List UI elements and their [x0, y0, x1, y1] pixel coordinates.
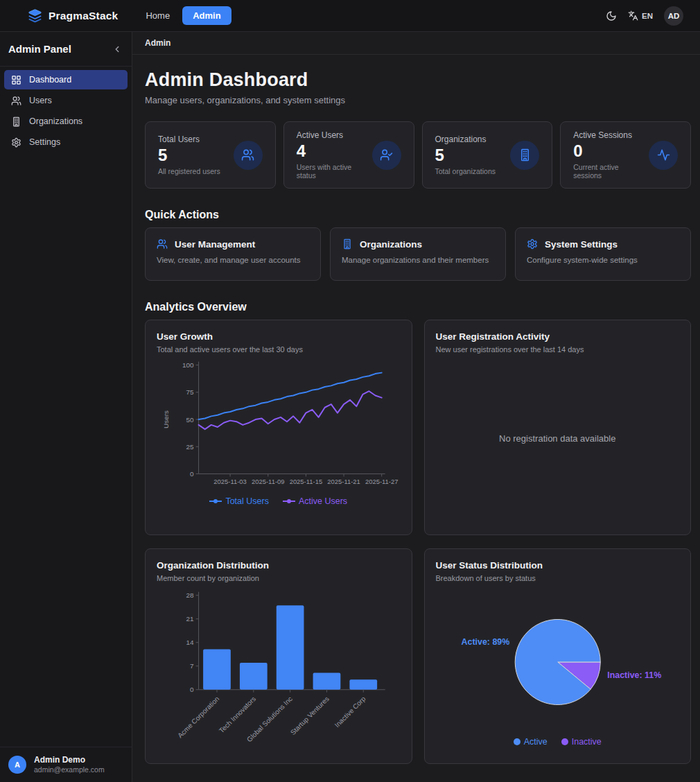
- svg-text:14: 14: [186, 638, 195, 646]
- stat-card-active-users: Active Users 4 Users with active status: [283, 121, 414, 189]
- sidebar-item-label: Organizations: [29, 116, 82, 126]
- activity-icon: [657, 148, 670, 162]
- legend-label: Active Users: [299, 496, 347, 506]
- nav-link-home[interactable]: Home: [140, 6, 175, 25]
- stat-value: 0: [573, 142, 649, 160]
- organization-distribution-plot: 07142128Acme CorporationTech InnovatorsG…: [157, 585, 401, 747]
- stat-value: 5: [158, 146, 220, 164]
- admin-app: PragmaStack Home Admin EN AD Admin Panel: [0, 0, 700, 782]
- svg-text:0: 0: [190, 470, 194, 478]
- stat-icon-circle: [510, 141, 539, 170]
- sidebar-collapse-button[interactable]: [112, 44, 122, 54]
- line-marker-icon: [209, 498, 222, 504]
- quick-action-description: View, create, and manage user accounts: [157, 256, 309, 264]
- theme-toggle-button[interactable]: [606, 10, 617, 21]
- chart-subtitle: Member count by organization: [157, 574, 401, 582]
- legend-label: Total Users: [225, 496, 269, 506]
- line-legend: Total Users Active Users: [157, 496, 401, 506]
- breadcrumb-bar: Admin: [132, 32, 700, 55]
- stat-label: Total Users: [158, 134, 220, 144]
- sidebar-item-organizations[interactable]: Organizations: [4, 112, 128, 131]
- quick-action-title: User Management: [175, 239, 255, 250]
- users-icon: [157, 238, 168, 250]
- svg-text:Inactive Corp: Inactive Corp: [333, 695, 367, 729]
- breadcrumb[interactable]: Admin: [145, 38, 170, 48]
- sidebar-item-settings[interactable]: Settings: [4, 132, 128, 152]
- dashboard-icon: [11, 75, 21, 85]
- stat-sublabel: All registered users: [158, 167, 220, 175]
- sidebar-item-label: Settings: [29, 137, 60, 147]
- dashboard-content: Admin Dashboard Manage users, organizati…: [132, 55, 700, 775]
- chart-title: User Registration Activity: [436, 331, 680, 342]
- svg-text:2025-11-27: 2025-11-27: [365, 478, 399, 485]
- nav-right: EN AD: [606, 6, 700, 26]
- registration-activity-card: User Registration Activity New user regi…: [424, 320, 692, 535]
- legend-item-inactive[interactable]: Inactive: [561, 737, 602, 747]
- stat-label: Active Users: [297, 130, 372, 140]
- main-area: Admin Admin Dashboard Manage users, orga…: [132, 32, 700, 782]
- quick-action-system-settings[interactable]: System Settings Configure system-wide se…: [515, 227, 691, 281]
- svg-text:28: 28: [186, 591, 195, 599]
- svg-text:Acme Corporation: Acme Corporation: [176, 695, 220, 739]
- stat-sublabel: Total organizations: [435, 167, 496, 175]
- quick-actions-grid: User Management View, create, and manage…: [145, 227, 691, 281]
- charts-grid: User Growth Total and active users over …: [145, 320, 691, 764]
- dot-marker-icon: [561, 738, 568, 745]
- chart-subtitle: Total and active users over the last 30 …: [157, 345, 401, 354]
- chart-subtitle: Breakdown of users by status: [436, 574, 680, 582]
- svg-text:Active: 89%: Active: 89%: [461, 637, 509, 647]
- moon-icon: [606, 10, 617, 21]
- svg-text:Users: Users: [162, 410, 170, 428]
- language-button[interactable]: EN: [628, 10, 653, 21]
- top-navbar: PragmaStack Home Admin EN AD: [0, 0, 700, 32]
- user-growth-plot: 02550751002025-11-032025-11-092025-11-15…: [157, 356, 401, 489]
- svg-text:2025-11-21: 2025-11-21: [327, 478, 360, 485]
- stat-icon-circle: [234, 141, 263, 170]
- page-title: Admin Dashboard: [145, 69, 691, 91]
- building-icon: [11, 116, 21, 127]
- user-avatar[interactable]: AD: [664, 6, 683, 26]
- legend-item-total-users[interactable]: Total Users: [209, 496, 269, 506]
- stat-cards: Total Users 5 All registered users Activ…: [145, 121, 691, 189]
- stat-value: 4: [297, 142, 372, 160]
- quick-action-organizations[interactable]: Organizations Manage organizations and t…: [330, 227, 506, 281]
- organization-distribution-card: Organization Distribution Member count b…: [145, 548, 412, 764]
- sidebar-header: Admin Panel: [0, 32, 132, 67]
- stat-label: Organizations: [435, 134, 496, 144]
- users-icon: [11, 96, 21, 106]
- empty-state-message: No registration data available: [436, 354, 680, 523]
- legend-item-active[interactable]: Active: [514, 737, 548, 747]
- stat-value: 5: [435, 146, 496, 164]
- quick-action-title: Organizations: [360, 239, 422, 250]
- stat-card-organizations: Organizations 5 Total organizations: [422, 121, 553, 189]
- sidebar-item-dashboard[interactable]: Dashboard: [4, 70, 128, 89]
- svg-text:25: 25: [186, 443, 195, 451]
- quick-actions-heading: Quick Actions: [145, 209, 691, 221]
- user-status-pie-plot: Active: 89%Inactive: 11%: [436, 585, 680, 733]
- nav-link-admin[interactable]: Admin: [182, 6, 231, 25]
- brand-name: PragmaStack: [49, 10, 118, 22]
- stat-icon-circle: [372, 141, 401, 170]
- chevron-left-icon: [112, 44, 122, 54]
- brand[interactable]: PragmaStack: [0, 8, 118, 23]
- page-subtitle: Manage users, organizations, and system …: [145, 95, 691, 105]
- legend-item-active-users[interactable]: Active Users: [283, 496, 347, 506]
- svg-text:7: 7: [190, 662, 194, 670]
- quick-action-description: Manage organizations and their members: [342, 256, 494, 264]
- pie-legend: Active Inactive: [436, 737, 680, 747]
- svg-text:2025-11-15: 2025-11-15: [290, 478, 323, 485]
- sidebar-item-users[interactable]: Users: [4, 91, 128, 110]
- chart-title: User Status Distribution: [436, 560, 680, 571]
- building-icon: [518, 148, 532, 162]
- sidebar-user-avatar: A: [8, 756, 26, 774]
- svg-text:0: 0: [190, 686, 194, 693]
- quick-action-user-management[interactable]: User Management View, create, and manage…: [145, 227, 321, 281]
- chart-title: Organization Distribution: [157, 560, 401, 571]
- gear-icon: [527, 238, 538, 250]
- sidebar-user-card[interactable]: A Admin Demo admin@example.com: [0, 747, 132, 782]
- legend-label: Inactive: [572, 737, 602, 747]
- svg-text:100: 100: [182, 361, 194, 369]
- languages-icon: [628, 10, 638, 21]
- chart-title: User Growth: [157, 331, 401, 342]
- language-label: EN: [642, 12, 653, 20]
